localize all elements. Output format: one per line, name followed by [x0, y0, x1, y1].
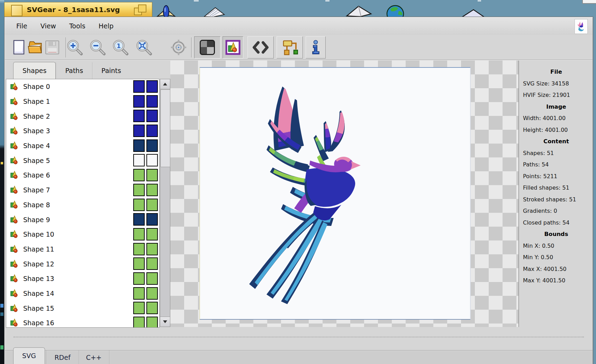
shape-icon [10, 318, 19, 327]
tab-paths[interactable]: Paths [56, 62, 92, 79]
info-row: Height: 4001.00 [520, 124, 593, 136]
zoom-in-button[interactable] [66, 37, 83, 58]
shape-row[interactable]: Shape 14 [6, 286, 159, 301]
shape-icon [10, 260, 19, 269]
stroke-swatch [146, 243, 158, 255]
shape-row[interactable]: Shape 10 [6, 227, 159, 242]
shape-row[interactable]: Shape 0 [6, 79, 159, 94]
shape-label: Shape 4 [23, 142, 50, 149]
info-row: Gradients: 0 [520, 205, 593, 217]
structure-view-button[interactable] [277, 36, 303, 58]
window-title-tab[interactable]: SVGear - 8_1sasa11.svg [4, 2, 152, 17]
shape-icon [10, 245, 19, 254]
new-document-button[interactable] [11, 37, 27, 58]
menu-tools[interactable]: Tools [63, 17, 92, 35]
fill-swatch [133, 317, 145, 328]
desktop-speck [0, 304, 3, 308]
zoom-out-button[interactable] [89, 37, 106, 58]
desktop-speck [0, 312, 3, 316]
shape-row[interactable]: Shape 15 [6, 301, 159, 316]
shape-label: Shape 11 [23, 245, 54, 253]
fill-swatch [133, 95, 145, 108]
menu-file[interactable]: File [10, 17, 34, 35]
shape-row[interactable]: Shape 4 [6, 138, 159, 153]
shape-label: Shape 15 [23, 304, 54, 312]
shape-row[interactable]: Shape 6 [6, 168, 159, 183]
shape-label: Shape 12 [23, 260, 54, 268]
shapes-view-button[interactable] [223, 36, 243, 58]
tab-paints[interactable]: Paints [92, 62, 130, 79]
tab-shapes[interactable]: Shapes [13, 62, 56, 79]
source-code-view-button[interactable] [247, 36, 274, 58]
info-row: Paths: 54 [520, 159, 593, 171]
desktop-label-fragment [478, 0, 481, 1]
zoom-in-icon [66, 39, 83, 56]
info-view-button[interactable] [306, 36, 326, 58]
fill-swatch [133, 80, 145, 93]
shape-row[interactable]: Shape 16 [6, 316, 159, 328]
stroke-swatch [146, 287, 158, 300]
panel-divider[interactable] [518, 61, 519, 327]
save-floppy-icon [45, 40, 60, 55]
shape-row[interactable]: Shape 9 [6, 212, 159, 227]
shape-row[interactable]: Shape 2 [6, 109, 159, 124]
save-button-disabled[interactable] [44, 37, 61, 58]
zoom-fit-icon [136, 39, 152, 56]
shape-icon [10, 171, 19, 180]
app-window: SVGear - 8_1sasa11.svg File View Tools H… [4, 2, 593, 364]
tab-svg[interactable]: SVG [13, 347, 45, 364]
shape-icon [10, 289, 19, 298]
shape-row[interactable]: Shape 12 [6, 256, 159, 271]
shape-row[interactable]: Shape 3 [6, 124, 159, 138]
checkerboard-toggle-button[interactable] [194, 36, 220, 58]
shape-row[interactable]: Shape 11 [6, 242, 159, 257]
shape-label: Shape 3 [23, 127, 50, 135]
shape-label: Shape 14 [23, 290, 54, 297]
shape-icon [10, 112, 19, 121]
toolbar-separator [191, 37, 192, 57]
info-icon [311, 39, 320, 56]
info-row: Points: 5211 [520, 171, 593, 182]
info-row: Shapes: 51 [520, 147, 593, 159]
app-bird-icon [575, 19, 588, 34]
maximize-button[interactable] [134, 4, 147, 15]
stroke-swatch [146, 125, 158, 137]
stroke-swatch [146, 139, 158, 152]
stroke-swatch [146, 272, 158, 285]
shape-label: Shape 0 [23, 83, 50, 90]
open-file-button[interactable] [27, 37, 44, 58]
stroke-swatch [146, 199, 158, 211]
close-button[interactable] [11, 5, 22, 16]
code-brackets-icon [252, 40, 269, 54]
shape-row[interactable]: Shape 5 [6, 153, 159, 168]
splitter-handle[interactable] [13, 337, 584, 337]
zoom-fit-button[interactable] [136, 37, 152, 58]
shape-list-scrollbar[interactable] [160, 79, 170, 327]
shape-row[interactable]: Shape 13 [6, 271, 159, 286]
shape-icon [10, 141, 19, 150]
open-folder-icon [27, 39, 44, 55]
scroll-up-button[interactable] [160, 79, 170, 89]
shape-row[interactable]: Shape 1 [6, 94, 159, 109]
tab-cpp[interactable]: C++ [79, 351, 109, 364]
menu-help[interactable]: Help [92, 17, 120, 35]
scrollbar-thumb[interactable] [161, 90, 170, 167]
info-row: Min X: 0.50 [520, 240, 593, 252]
info-row: Min Y: 0.50 [520, 252, 593, 263]
menu-view[interactable]: View [34, 17, 63, 35]
stroke-swatch [146, 213, 158, 226]
info-section-title: File [520, 66, 593, 78]
shape-row[interactable]: Shape 7 [6, 183, 159, 198]
scroll-down-button[interactable] [160, 317, 170, 327]
menu-bar: File View Tools Help [5, 17, 593, 35]
center-target-icon [170, 38, 187, 56]
shape-row[interactable]: Shape 8 [6, 198, 159, 212]
shape-label: Shape 7 [23, 186, 50, 194]
zoom-original-button[interactable]: 1 [112, 37, 129, 58]
tab-rdef[interactable]: RDef [46, 351, 79, 364]
shape-label: Shape 1 [23, 98, 50, 105]
fill-swatch [133, 125, 145, 137]
center-target-button[interactable] [170, 37, 187, 58]
shape-icon [10, 215, 19, 224]
svg-canvas[interactable] [199, 67, 471, 320]
